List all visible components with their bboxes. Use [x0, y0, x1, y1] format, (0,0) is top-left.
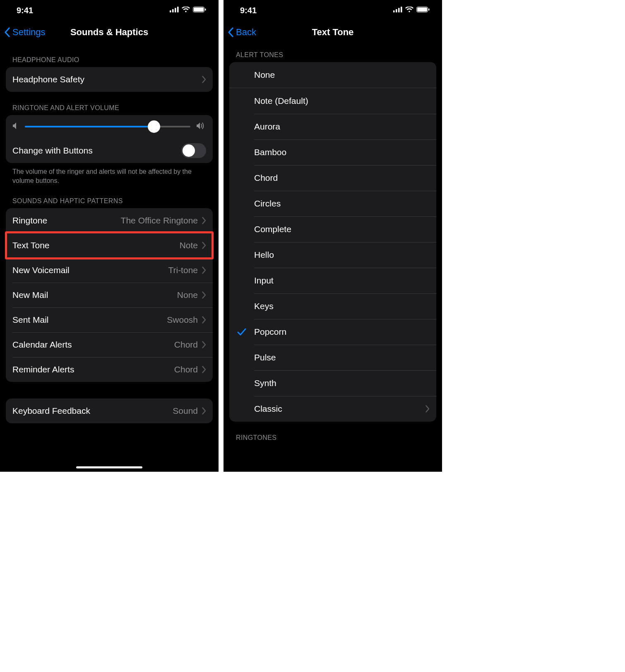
slider-thumb[interactable]: [148, 120, 160, 133]
row-value: None: [177, 290, 198, 300]
row-label: Change with Buttons: [12, 146, 93, 156]
svg-rect-2: [175, 8, 176, 12]
tone-note-default-[interactable]: Note (Default): [229, 88, 436, 114]
chevron-right-icon: [425, 405, 430, 413]
nav-title: Text Tone: [312, 27, 354, 38]
row-value: Sound: [173, 406, 198, 416]
svg-rect-13: [428, 9, 430, 11]
section-header-alert-tones: ALERT TONES: [229, 44, 436, 62]
tone-label: Chord: [254, 173, 430, 183]
battery-icon: [416, 7, 430, 14]
battery-icon: [193, 7, 206, 14]
phone-right-text-tone: 9:41 Back Text Tone ALERT TONES NoneNote…: [224, 0, 442, 472]
tone-label: Hello: [254, 250, 430, 260]
tone-label: None: [254, 70, 430, 80]
row-label: Ringtone: [12, 216, 47, 226]
chevron-right-icon: [202, 76, 206, 83]
tone-classic[interactable]: Classic: [229, 396, 436, 422]
status-icons: [170, 7, 206, 14]
chevron-right-icon: [202, 407, 206, 415]
group-headphone: Headphone Safety: [6, 67, 213, 92]
row-value: Tri-tone: [168, 265, 198, 275]
status-time: 9:41: [240, 6, 257, 15]
tone-synth[interactable]: Synth: [229, 370, 436, 396]
row-value: The Office Ringtone: [121, 216, 198, 226]
svg-rect-1: [172, 9, 174, 12]
row-new-mail[interactable]: New MailNone: [6, 283, 213, 307]
chevron-right-icon: [202, 266, 206, 274]
nav-bar: Back Text Tone: [224, 21, 442, 44]
change-with-buttons-switch[interactable]: [181, 143, 206, 158]
row-label: Calendar Alerts: [12, 340, 72, 350]
chevron-right-icon: [202, 217, 206, 224]
status-icons: [393, 7, 430, 14]
back-button[interactable]: Settings: [4, 27, 46, 38]
back-label: Back: [236, 27, 256, 38]
tone-label: Synth: [254, 378, 430, 388]
row-keyboard-feedback[interactable]: Keyboard Feedback Sound: [6, 398, 213, 423]
row-label: New Mail: [12, 290, 48, 300]
row-new-voicemail[interactable]: New VoicemailTri-tone: [6, 258, 213, 283]
chevron-left-icon: [4, 27, 11, 37]
status-bar: 9:41: [224, 0, 442, 21]
row-label: Keyboard Feedback: [12, 406, 90, 416]
tone-keys[interactable]: Keys: [229, 293, 436, 319]
back-button[interactable]: Back: [228, 27, 256, 38]
tone-pulse[interactable]: Pulse: [229, 345, 436, 370]
svg-rect-10: [401, 7, 402, 12]
chevron-right-icon: [202, 242, 206, 249]
cellular-icon: [393, 7, 402, 14]
tone-aurora[interactable]: Aurora: [229, 114, 436, 139]
tone-bamboo[interactable]: Bamboo: [229, 139, 436, 165]
tone-label: Note (Default): [254, 96, 430, 106]
volume-slider-row: [6, 115, 213, 138]
tone-none[interactable]: None: [229, 62, 436, 88]
row-value: Chord: [174, 340, 198, 350]
content-scroll[interactable]: HEADPHONE AUDIO Headphone Safety RINGTON…: [0, 44, 219, 472]
group-alert-tones: NoneNote (Default)AuroraBambooChordCircl…: [229, 62, 436, 422]
tone-label: Aurora: [254, 122, 430, 132]
row-ringtone[interactable]: RingtoneThe Office Ringtone: [6, 208, 213, 233]
tone-chord[interactable]: Chord: [229, 165, 436, 191]
tone-label: Circles: [254, 199, 430, 209]
home-indicator[interactable]: [76, 466, 142, 468]
tone-label: Pulse: [254, 353, 430, 362]
tone-input[interactable]: Input: [229, 268, 436, 293]
status-time: 9:41: [17, 6, 33, 15]
volume-slider[interactable]: [25, 126, 190, 127]
row-label: Sent Mail: [12, 315, 49, 325]
tone-label: Classic: [254, 404, 425, 414]
svg-rect-0: [170, 10, 171, 12]
wifi-icon: [182, 7, 190, 14]
row-text-tone[interactable]: Text ToneNote: [6, 233, 213, 258]
tone-complete[interactable]: Complete: [229, 216, 436, 242]
row-label: Reminder Alerts: [12, 365, 74, 374]
group-volume: Change with Buttons: [6, 115, 213, 163]
volume-high-icon: [196, 122, 206, 132]
svg-rect-6: [205, 9, 206, 11]
svg-rect-5: [194, 7, 204, 12]
section-header-patterns: SOUNDS AND HAPTIC PATTERNS: [6, 185, 213, 208]
svg-rect-12: [417, 7, 427, 12]
chevron-right-icon: [202, 291, 206, 299]
tone-hello[interactable]: Hello: [229, 242, 436, 268]
row-value: Note: [180, 240, 198, 250]
tone-label: Popcorn: [254, 327, 430, 337]
tone-label: Complete: [254, 224, 430, 234]
row-calendar-alerts[interactable]: Calendar AlertsChord: [6, 332, 213, 357]
tone-label: Keys: [254, 301, 430, 311]
tone-popcorn[interactable]: Popcorn: [229, 319, 436, 345]
phone-left-sounds-haptics: 9:41 Settings Sounds & Haptics HEADPHONE…: [0, 0, 219, 472]
svg-rect-8: [396, 9, 397, 12]
row-value: Swoosh: [167, 315, 198, 325]
nav-bar: Settings Sounds & Haptics: [0, 21, 219, 44]
wifi-icon: [405, 7, 413, 14]
section-header-ringtones: RINGTONES: [229, 422, 436, 445]
row-reminder-alerts[interactable]: Reminder AlertsChord: [6, 357, 213, 382]
tone-label: Input: [254, 276, 430, 286]
chevron-right-icon: [202, 316, 206, 324]
tone-circles[interactable]: Circles: [229, 191, 436, 216]
row-sent-mail[interactable]: Sent MailSwoosh: [6, 307, 213, 332]
row-headphone-safety[interactable]: Headphone Safety: [6, 67, 213, 92]
content-scroll[interactable]: ALERT TONES NoneNote (Default)AuroraBamb…: [224, 44, 442, 472]
